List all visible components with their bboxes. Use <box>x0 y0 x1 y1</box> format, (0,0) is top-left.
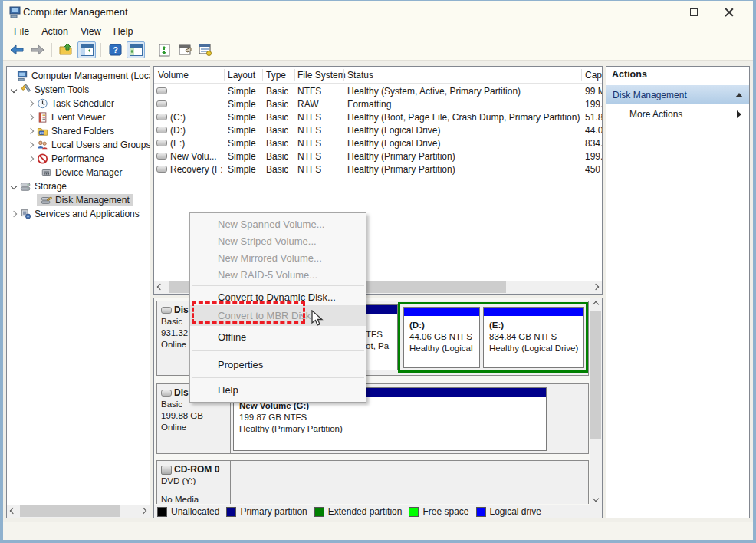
tree-item-computer-management[interactable]: Computer Management (Local <box>13 69 150 83</box>
tree-item-system-tools[interactable]: System Tools <box>12 83 89 97</box>
svg-text:?: ? <box>113 45 118 54</box>
console-tree-icon <box>81 44 94 56</box>
menu-view[interactable]: View <box>74 24 107 39</box>
volume-icon <box>156 114 167 120</box>
column-header-status[interactable]: Status <box>347 67 373 83</box>
console-tree-panel: Computer Management (Local System Tools … <box>6 66 150 518</box>
column-separator[interactable] <box>343 69 344 81</box>
scroll-left-icon[interactable] <box>10 508 16 514</box>
tree-item-storage[interactable]: Storage <box>12 179 67 193</box>
chevron-right-icon[interactable] <box>28 128 34 134</box>
column-header-file-system[interactable]: File System <box>297 67 346 83</box>
column-header-capacity[interactable]: Cap <box>585 67 602 83</box>
close-button[interactable] <box>712 1 747 23</box>
console-tree-toggle[interactable] <box>77 41 96 58</box>
menu-separator <box>192 285 364 286</box>
action-pane-toggle[interactable] <box>127 41 145 58</box>
chevron-right-icon[interactable] <box>11 211 17 217</box>
tree-horizontal-scrollbar[interactable] <box>7 505 150 518</box>
window-border-bottom <box>0 540 756 543</box>
export-button[interactable] <box>57 41 75 58</box>
logical-drive-swatch <box>476 507 486 517</box>
tree-item-task-scheduler[interactable]: Task Scheduler <box>28 97 114 110</box>
tree-item-services-applications[interactable]: Services and Applications <box>12 207 140 221</box>
partition-e[interactable]: (E:) 834.84 GB NTFS Healthy (Logical Dri… <box>483 307 584 368</box>
export-list-icon <box>59 44 73 56</box>
legend-item: Extended partition <box>314 506 403 517</box>
menu-item-properties[interactable]: Properties <box>190 354 366 375</box>
scrollbar-thumb[interactable] <box>590 311 601 439</box>
back-button[interactable] <box>8 41 26 58</box>
legend-item: Unallocated <box>157 506 219 517</box>
chevron-down-icon[interactable] <box>11 183 17 189</box>
toolbar-separator <box>150 43 150 57</box>
scroll-down-icon[interactable] <box>593 495 599 502</box>
scroll-left-icon[interactable] <box>157 284 163 290</box>
column-separator[interactable] <box>294 69 295 81</box>
refresh-button[interactable] <box>155 41 173 58</box>
menu-bar: File Action View Help <box>3 23 753 40</box>
tree-label: Shared Folders <box>51 126 114 137</box>
menu-item-offline[interactable]: Offline <box>190 326 366 348</box>
performance-icon <box>37 153 48 164</box>
chevron-right-icon[interactable] <box>28 156 34 162</box>
chevron-right-icon[interactable] <box>28 100 34 107</box>
close-icon <box>725 8 734 17</box>
column-header-type[interactable]: Type <box>266 67 286 83</box>
scrollbar-thumb[interactable] <box>20 505 120 517</box>
computer-icon <box>17 71 28 81</box>
menu-item-help[interactable]: Help <box>190 380 366 400</box>
tree-item-shared-folders[interactable]: 23 Shared Folders <box>28 124 114 138</box>
column-header-layout[interactable]: Layout <box>228 67 255 83</box>
help-button[interactable]: ? <box>106 41 124 58</box>
column-separator[interactable] <box>262 69 263 81</box>
app-icon <box>9 6 21 18</box>
disk-management-tool-button[interactable] <box>196 41 215 58</box>
tree-label: Performance <box>51 153 104 164</box>
status-bar <box>3 522 753 540</box>
legend-item: Primary partition <box>226 506 307 517</box>
minimize-button[interactable] <box>641 1 676 23</box>
menu-action[interactable]: Action <box>35 24 74 39</box>
forward-button[interactable] <box>28 41 47 58</box>
column-separator[interactable] <box>224 69 225 81</box>
volume-icon <box>156 153 167 160</box>
tree-label: Event Viewer <box>51 112 105 123</box>
more-actions-item[interactable]: More Actions <box>606 106 749 123</box>
window-border-top <box>0 0 756 1</box>
cdrom-row[interactable]: CD-ROM 0 DVD (Y:) No Media <box>156 460 589 504</box>
actions-panel <box>606 66 750 518</box>
window-border-left <box>0 0 3 543</box>
tree-label: Device Manager <box>55 167 122 178</box>
column-separator[interactable] <box>581 69 582 81</box>
partition-d[interactable]: (D:) 44.06 GB NTFS Healthy (Logical <box>403 307 480 368</box>
tree-item-device-manager[interactable]: Device Manager <box>37 166 122 179</box>
tree-item-local-users-groups[interactable]: Local Users and Groups <box>28 138 150 152</box>
window-title: Computer Management <box>23 6 128 18</box>
toolbar-separator <box>100 43 101 57</box>
disk-vertical-scrollbar[interactable] <box>590 298 602 505</box>
chevron-down-icon[interactable] <box>11 87 17 93</box>
properties-button[interactable] <box>176 41 194 58</box>
services-icon <box>20 209 31 219</box>
scroll-up-icon[interactable] <box>593 301 599 308</box>
tree-item-performance[interactable]: Performance <box>28 152 104 166</box>
menu-file[interactable]: File <box>8 24 35 39</box>
users-icon <box>37 140 48 150</box>
chevron-right-icon[interactable] <box>28 114 34 120</box>
tree-item-event-viewer[interactable]: Event Viewer <box>28 110 105 124</box>
cdrom-header[interactable]: CD-ROM 0 DVD (Y:) No Media <box>157 461 231 504</box>
disk-icon <box>161 307 172 314</box>
extended-partition-swatch <box>314 507 324 517</box>
disk1-status: Online <box>161 422 230 433</box>
collapse-icon[interactable] <box>735 93 743 97</box>
column-header-volume[interactable]: Volume <box>158 67 189 83</box>
maximize-button[interactable] <box>676 1 712 23</box>
menu-help[interactable]: Help <box>107 24 140 39</box>
tree-label: Computer Management (Local <box>31 71 150 81</box>
tree-item-disk-management[interactable]: Disk Management <box>37 193 133 207</box>
scroll-right-icon[interactable] <box>140 508 146 514</box>
chevron-right-icon[interactable] <box>28 142 34 148</box>
actions-section-disk-management[interactable]: Disk Management <box>606 85 749 104</box>
scroll-right-icon[interactable] <box>593 284 599 290</box>
